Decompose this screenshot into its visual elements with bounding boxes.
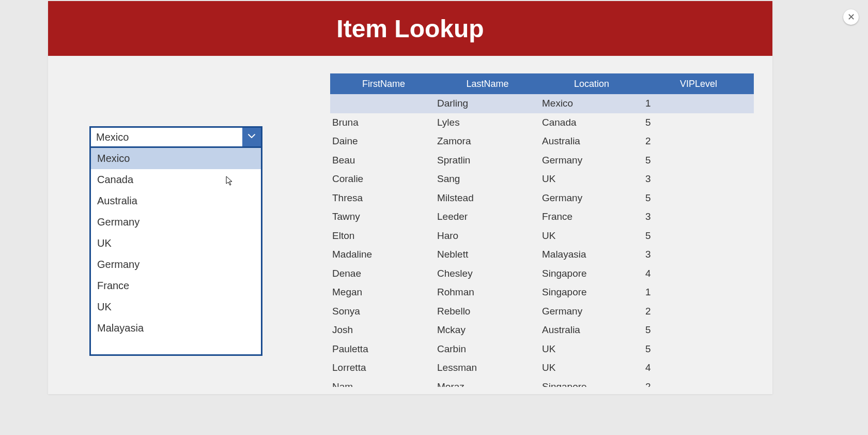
- dropdown-item[interactable]: Malayasia: [91, 318, 261, 339]
- dropdown-item[interactable]: Germany: [91, 254, 261, 275]
- table-row[interactable]: DaineZamoraAustralia2: [330, 132, 754, 151]
- table-row[interactable]: JoshMckayAustralia5: [330, 321, 754, 340]
- cell-viplevel: 5: [643, 155, 754, 166]
- cell-firstname: Sonya: [330, 306, 435, 317]
- dropdown-item[interactable]: Australia: [91, 190, 261, 212]
- cell-lastname: Mckay: [435, 324, 540, 336]
- column-header-viplevel[interactable]: VIPLevel: [643, 79, 754, 89]
- cell-lastname: Neblett: [435, 249, 540, 260]
- cell-location: Canada: [540, 117, 643, 128]
- cell-viplevel: 4: [643, 362, 754, 373]
- cell-lastname: Sang: [435, 173, 540, 185]
- cell-viplevel: 3: [643, 211, 754, 222]
- header-bar: Item Lookup: [48, 1, 772, 56]
- dropdown-item[interactable]: Canada: [91, 169, 261, 190]
- cell-viplevel: 5: [643, 230, 754, 242]
- cell-firstname: Elton: [330, 230, 435, 242]
- cell-viplevel: 1: [643, 287, 754, 298]
- cell-lastname: Milstead: [435, 192, 540, 204]
- table-row[interactable]: LorrettaLessmanUK4: [330, 358, 754, 378]
- cell-location: France: [540, 211, 643, 222]
- data-table: FirstName LastName Location VIPLevel Dar…: [330, 73, 754, 387]
- table-header-row: FirstName LastName Location VIPLevel: [330, 73, 754, 94]
- table-row[interactable]: EltonHaroUK5: [330, 227, 754, 246]
- cell-lastname: Chesley: [435, 268, 540, 279]
- cell-firstname: Lorretta: [330, 362, 435, 373]
- cell-location: Germany: [540, 155, 643, 166]
- table-row[interactable]: PaulettaCarbinUK5: [330, 340, 754, 359]
- modal-card: Item Lookup Mexico MexicoCanadaAustralia…: [48, 1, 772, 394]
- column-header-firstname[interactable]: FirstName: [330, 79, 435, 89]
- page-title: Item Lookup: [336, 14, 484, 43]
- table-row[interactable]: NamMorazSingapore2: [330, 378, 754, 387]
- cell-lastname: Carbin: [435, 343, 540, 355]
- cell-viplevel: 3: [643, 249, 754, 260]
- table-row[interactable]: BeauSpratlinGermany5: [330, 151, 754, 170]
- cell-viplevel: 1: [643, 98, 754, 109]
- cell-location: UK: [540, 362, 643, 373]
- cell-firstname: Coralie: [330, 173, 435, 185]
- cell-viplevel: 2: [643, 381, 754, 387]
- cell-firstname: Bruna: [330, 117, 435, 128]
- close-button[interactable]: ✕: [843, 9, 859, 25]
- chevron-down-icon: [247, 131, 256, 143]
- table-row[interactable]: TawnyLeederFrance3: [330, 207, 754, 227]
- cell-firstname: Beau: [330, 155, 435, 166]
- cell-location: Mexico: [540, 98, 643, 109]
- cell-viplevel: 5: [643, 117, 754, 128]
- table-row[interactable]: ThresaMilsteadGermany5: [330, 189, 754, 208]
- cell-location: UK: [540, 173, 643, 185]
- cell-viplevel: 4: [643, 268, 754, 279]
- close-icon: ✕: [847, 12, 855, 22]
- table-row[interactable]: DenaeChesleySingapore4: [330, 264, 754, 283]
- cell-location: Singapore: [540, 381, 643, 387]
- dropdown-toggle-button[interactable]: [242, 128, 261, 146]
- cell-location: UK: [540, 343, 643, 355]
- dropdown-item[interactable]: Mexico: [91, 148, 261, 169]
- cell-lastname: Haro: [435, 230, 540, 242]
- cell-viplevel: 5: [643, 192, 754, 204]
- cell-location: Singapore: [540, 268, 643, 279]
- cell-location: Singapore: [540, 287, 643, 298]
- cell-firstname: Tawny: [330, 211, 435, 222]
- dropdown-item[interactable]: UK: [91, 233, 261, 254]
- cell-lastname: Rebello: [435, 306, 540, 317]
- dropdown-selected-value: Mexico: [91, 128, 242, 146]
- column-header-location[interactable]: Location: [540, 79, 643, 89]
- cell-viplevel: 2: [643, 306, 754, 317]
- cell-lastname: Darling: [435, 98, 540, 109]
- cell-viplevel: 2: [643, 136, 754, 147]
- cell-viplevel: 3: [643, 173, 754, 185]
- cell-firstname: Daine: [330, 136, 435, 147]
- cell-location: Australia: [540, 136, 643, 147]
- cell-firstname: Madaline: [330, 249, 435, 260]
- dropdown-item[interactable]: Germany: [91, 212, 261, 233]
- dropdown-list[interactable]: MexicoCanadaAustraliaGermanyUKGermanyFra…: [89, 148, 262, 356]
- cell-lastname: Leeder: [435, 211, 540, 222]
- dropdown-head[interactable]: Mexico: [89, 126, 262, 148]
- column-header-lastname[interactable]: LastName: [435, 79, 540, 89]
- cell-firstname: Megan: [330, 287, 435, 298]
- cell-lastname: Zamora: [435, 136, 540, 147]
- cell-firstname: Josh: [330, 324, 435, 336]
- location-dropdown[interactable]: Mexico MexicoCanadaAustraliaGermanyUKGer…: [89, 126, 262, 356]
- table-row[interactable]: MadalineNeblettMalayasia3: [330, 245, 754, 264]
- table-body[interactable]: DarlingMexico1BrunaLylesCanada5DaineZamo…: [330, 94, 754, 387]
- dropdown-item[interactable]: UK: [91, 296, 261, 318]
- cell-location: UK: [540, 230, 643, 242]
- cell-lastname: Lessman: [435, 362, 540, 373]
- table-row[interactable]: DarlingMexico1: [330, 94, 754, 113]
- cell-location: Germany: [540, 192, 643, 204]
- cell-firstname: Denae: [330, 268, 435, 279]
- cell-location: Malayasia: [540, 249, 643, 260]
- table-row[interactable]: SonyaRebelloGermany2: [330, 302, 754, 321]
- table-row[interactable]: CoralieSangUK3: [330, 170, 754, 189]
- cell-firstname: Pauletta: [330, 343, 435, 355]
- table-row[interactable]: MeganRohmanSingapore1: [330, 283, 754, 302]
- cell-lastname: Moraz: [435, 381, 540, 387]
- dropdown-item[interactable]: France: [91, 275, 261, 296]
- table-row[interactable]: BrunaLylesCanada5: [330, 113, 754, 132]
- cell-viplevel: 5: [643, 343, 754, 355]
- cell-location: Germany: [540, 306, 643, 317]
- cell-lastname: Lyles: [435, 117, 540, 128]
